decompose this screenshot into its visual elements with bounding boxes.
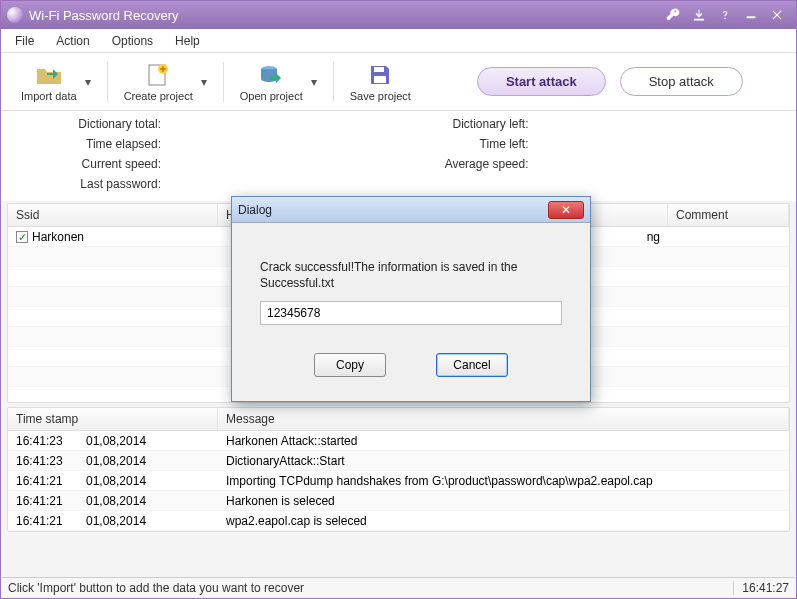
log-message: Importing TCPdump handshakes from G:\pro…	[218, 472, 789, 490]
dialog-title: Dialog	[238, 203, 548, 217]
svg-point-0	[724, 18, 725, 19]
file-new-icon	[144, 62, 172, 88]
current-speed-label: Current speed:	[31, 157, 161, 171]
database-open-icon	[257, 62, 285, 88]
log-time: 16:41:21	[8, 492, 78, 510]
minimize-icon[interactable]	[738, 5, 764, 25]
menu-file[interactable]: File	[15, 34, 34, 48]
open-project-button[interactable]: Open project	[234, 60, 309, 104]
stats-panel: Dictionary total: Time elapsed: Current …	[1, 111, 796, 201]
avg-speed-label: Average speed:	[399, 157, 529, 171]
ssid-cell: Harkonen	[32, 230, 84, 244]
key-icon[interactable]	[660, 5, 686, 25]
dialog-close-button[interactable]: ✕	[548, 201, 584, 219]
app-icon	[7, 7, 23, 23]
svg-rect-5	[374, 67, 384, 72]
start-attack-button[interactable]: Start attack	[477, 67, 606, 96]
create-dropdown-icon[interactable]: ▾	[199, 75, 209, 89]
open-dropdown-icon[interactable]: ▾	[309, 75, 319, 89]
log-date: 01,08,2014	[78, 432, 218, 450]
log-message: DictionaryAttack::Start	[218, 452, 789, 470]
toolbar: Import data ▾ Create project ▾ Open proj…	[1, 53, 796, 111]
log-date: 01,08,2014	[78, 512, 218, 530]
dialog-message: Crack successful!The information is save…	[260, 259, 562, 291]
table-row[interactable]: 16:41:2301,08,2014Harkonen Attack::start…	[8, 431, 789, 451]
create-project-button[interactable]: Create project	[118, 60, 199, 104]
log-time: 16:41:21	[8, 472, 78, 490]
save-icon	[366, 62, 394, 88]
window-title: Wi-Fi Password Recovery	[29, 8, 660, 23]
last-password-label: Last password:	[31, 177, 161, 191]
row-checkbox[interactable]: ✓	[16, 231, 28, 243]
svg-rect-6	[374, 76, 386, 83]
table-row[interactable]: 16:41:2101,08,2014Harkonen is seleced	[8, 491, 789, 511]
log-message: wpa2.eapol.cap is seleced	[218, 512, 789, 530]
menu-action[interactable]: Action	[56, 34, 89, 48]
log-table-header: Time stamp Message	[8, 408, 789, 431]
help-icon[interactable]	[712, 5, 738, 25]
col-message[interactable]: Message	[218, 408, 789, 430]
time-left-label: Time left:	[399, 137, 529, 151]
col-ssid[interactable]: Ssid	[8, 204, 218, 226]
dialog-result-input[interactable]	[260, 301, 562, 325]
status-hint: Click 'Import' button to add the data yo…	[8, 581, 304, 595]
import-dropdown-icon[interactable]: ▾	[83, 75, 93, 89]
log-time: 16:41:23	[8, 432, 78, 450]
log-message: Harkonen is seleced	[218, 492, 789, 510]
titlebar: Wi-Fi Password Recovery	[1, 1, 796, 29]
close-icon[interactable]	[764, 5, 790, 25]
statusbar: Click 'Import' button to add the data yo…	[2, 577, 795, 597]
menu-options[interactable]: Options	[112, 34, 153, 48]
save-project-button[interactable]: Save project	[344, 60, 417, 104]
folder-import-icon	[35, 62, 63, 88]
log-date: 01,08,2014	[78, 472, 218, 490]
dialog-titlebar[interactable]: Dialog ✕	[232, 197, 590, 223]
import-data-button[interactable]: Import data	[15, 60, 83, 104]
col-comment[interactable]: Comment	[668, 204, 789, 226]
menu-help[interactable]: Help	[175, 34, 200, 48]
dict-total-label: Dictionary total:	[31, 117, 161, 131]
copy-button[interactable]: Copy	[314, 353, 386, 377]
table-row[interactable]: 16:41:2301,08,2014DictionaryAttack::Star…	[8, 451, 789, 471]
cancel-button[interactable]: Cancel	[436, 353, 508, 377]
time-elapsed-label: Time elapsed:	[31, 137, 161, 151]
table-row[interactable]: 16:41:2101,08,2014wpa2.eapol.cap is sele…	[8, 511, 789, 531]
log-date: 01,08,2014	[78, 492, 218, 510]
dict-left-label: Dictionary left:	[399, 117, 529, 131]
log-time: 16:41:23	[8, 452, 78, 470]
stop-attack-button[interactable]: Stop attack	[620, 67, 743, 96]
table-row[interactable]: 16:41:2101,08,2014Importing TCPdump hand…	[8, 471, 789, 491]
svg-rect-1	[747, 17, 755, 18]
menubar: File Action Options Help	[1, 29, 796, 53]
status-clock: 16:41:27	[733, 581, 789, 595]
log-time: 16:41:21	[8, 512, 78, 530]
log-table: Time stamp Message 16:41:2301,08,2014Har…	[7, 407, 790, 532]
col-timestamp[interactable]: Time stamp	[8, 408, 218, 430]
log-message: Harkonen Attack::started	[218, 432, 789, 450]
download-icon[interactable]	[686, 5, 712, 25]
dialog: Dialog ✕ Crack successful!The informatio…	[231, 196, 591, 402]
log-date: 01,08,2014	[78, 452, 218, 470]
